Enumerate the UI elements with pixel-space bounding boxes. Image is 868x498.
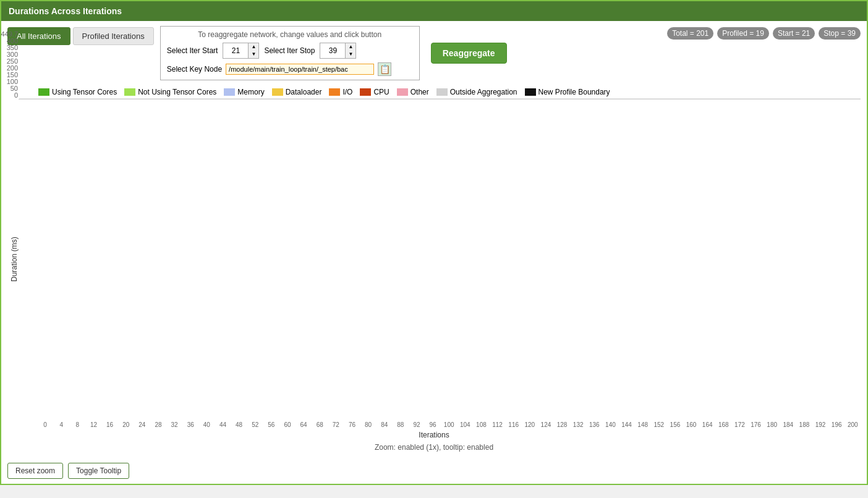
- reaggregate-inputs: Select Iter Start ▲ ▼ Select Iter Stop ▲: [167, 43, 413, 59]
- iter-stop-up[interactable]: ▲: [346, 43, 355, 51]
- iter-stop-spinners: ▲ ▼: [345, 43, 355, 58]
- x-tick-label: 180: [764, 421, 780, 428]
- x-tick-label: 4: [53, 421, 69, 428]
- x-tick-label: 76: [344, 421, 360, 428]
- x-tick-label: 24: [134, 421, 150, 428]
- legend-swatch: [224, 88, 235, 96]
- x-tick-label: 136: [586, 421, 602, 428]
- x-tick-label: 64: [296, 421, 312, 428]
- tab-all-iterations[interactable]: All Iterations: [7, 27, 70, 45]
- toolbar: All Iterations Profiled Iterations To re…: [1, 21, 867, 85]
- x-tick-label: 176: [748, 421, 764, 428]
- title-bar: Durations Across Iterations: [1, 1, 867, 21]
- legend-label: I/O: [343, 88, 352, 96]
- tab-profiled-iterations[interactable]: Profiled Iterations: [73, 27, 154, 45]
- reaggregate-hint: To reaggregate network, change values an…: [167, 30, 413, 39]
- x-tick-label: 140: [602, 421, 618, 428]
- main-container: Durations Across Iterations All Iteratio…: [0, 0, 868, 485]
- x-tick-label: 32: [166, 421, 182, 428]
- reset-zoom-button[interactable]: Reset zoom: [7, 463, 63, 479]
- stat-stop: Stop = 39: [819, 27, 861, 40]
- x-tick-label: 68: [312, 421, 328, 428]
- iter-start-input[interactable]: ▲ ▼: [223, 43, 259, 59]
- title-text: Durations Across Iterations: [9, 6, 122, 16]
- x-tick-label: 188: [796, 421, 812, 428]
- x-tick-label: 52: [247, 421, 263, 428]
- chart-inner: 050100150200250300350400449.7: [19, 99, 861, 99]
- bottom-buttons: Reset zoom Toggle Tooltip: [1, 458, 867, 484]
- legend-swatch: [397, 88, 408, 96]
- y-axis-label: Duration (ms): [7, 99, 19, 420]
- legend-label: Memory: [237, 88, 264, 96]
- legend-item: Using Tensor Cores: [38, 88, 117, 96]
- x-tick-label: 88: [393, 421, 409, 428]
- x-tick-label: 56: [263, 421, 279, 428]
- iter-start-value[interactable]: [223, 45, 248, 56]
- legend-item: Memory: [224, 88, 264, 96]
- x-tick-label: 152: [651, 421, 667, 428]
- x-tick-label: 80: [360, 421, 377, 428]
- x-tick-label: 192: [812, 421, 828, 428]
- x-tick-label: 92: [409, 421, 425, 428]
- x-tick-label: 164: [699, 421, 715, 428]
- toggle-tooltip-button[interactable]: Toggle Tooltip: [68, 463, 129, 479]
- legend: Using Tensor CoresNot Using Tensor Cores…: [1, 85, 867, 99]
- x-tick-label: 108: [473, 421, 489, 428]
- x-tick-label: 116: [506, 421, 522, 428]
- legend-item: CPU: [360, 88, 389, 96]
- iter-start-up[interactable]: ▲: [249, 43, 258, 51]
- x-tick-label: 172: [731, 421, 747, 428]
- x-tick-label: 84: [377, 421, 393, 428]
- legend-item: Other: [397, 88, 429, 96]
- legend-item: New Profile Boundary: [525, 88, 610, 96]
- legend-label: Using Tensor Cores: [52, 88, 117, 96]
- iter-start-label: Select Iter Start: [167, 46, 218, 55]
- chart-area: Duration (ms) 05010015020025030035040044…: [1, 99, 867, 458]
- x-tick-label: 104: [457, 421, 473, 428]
- x-tick-label: 128: [554, 421, 570, 428]
- legend-swatch: [124, 88, 135, 96]
- legend-swatch: [38, 88, 49, 96]
- iter-stop-label: Select Iter Stop: [264, 46, 315, 55]
- legend-swatch: [360, 88, 371, 96]
- x-tick-label: 196: [828, 421, 845, 428]
- key-node-input[interactable]: [226, 64, 374, 75]
- grid-line: [19, 98, 861, 99]
- legend-item: Not Using Tensor Cores: [124, 88, 216, 96]
- x-tick-label: 148: [635, 421, 651, 428]
- stat-total: Total = 201: [667, 27, 713, 40]
- zoom-info: Zoom: enabled (1x), tooltip: enabled: [7, 443, 861, 452]
- copy-node-button[interactable]: 📋: [378, 62, 391, 76]
- x-tick-label: 200: [845, 421, 861, 428]
- x-axis-label: Iterations: [7, 431, 861, 439]
- x-tick-label: 120: [522, 421, 538, 428]
- iter-start-down[interactable]: ▼: [249, 51, 258, 58]
- x-tick-label: 184: [780, 421, 796, 428]
- x-tick-label: 20: [118, 421, 134, 428]
- x-tick-label: 40: [198, 421, 215, 428]
- tab-group: All Iterations Profiled Iterations: [7, 27, 154, 45]
- stats-group: Total = 201 Profiled = 19 Start = 21 Sto…: [667, 27, 861, 40]
- iter-stop-input[interactable]: ▲ ▼: [320, 43, 356, 59]
- stat-start: Start = 21: [773, 27, 815, 40]
- legend-swatch: [329, 88, 340, 96]
- x-tick-label: 60: [279, 421, 296, 428]
- x-tick-label: 160: [683, 421, 699, 428]
- iter-stop-value[interactable]: [320, 45, 345, 56]
- chart-wrapper: Duration (ms) 05010015020025030035040044…: [7, 99, 861, 420]
- x-tick-label: 0: [37, 421, 53, 428]
- reaggregate-button[interactable]: Reaggregate: [431, 43, 507, 64]
- iter-stop-down[interactable]: ▼: [346, 51, 355, 58]
- x-tick-label: 36: [182, 421, 198, 428]
- x-tick-label: 124: [538, 421, 554, 428]
- legend-label: Other: [411, 88, 429, 96]
- x-axis: 0481216202428323640444852566064687276808…: [7, 421, 861, 428]
- x-tick-label: 112: [490, 421, 506, 428]
- legend-label: Not Using Tensor Cores: [138, 88, 216, 96]
- legend-item: Dataloader: [272, 88, 322, 96]
- reaggregate-panel: To reaggregate network, change values an…: [160, 26, 420, 80]
- x-tick-label: 132: [570, 421, 586, 428]
- x-tick-label: 72: [328, 421, 344, 428]
- x-tick-label: 100: [441, 421, 457, 428]
- x-tick-label: 156: [667, 421, 683, 428]
